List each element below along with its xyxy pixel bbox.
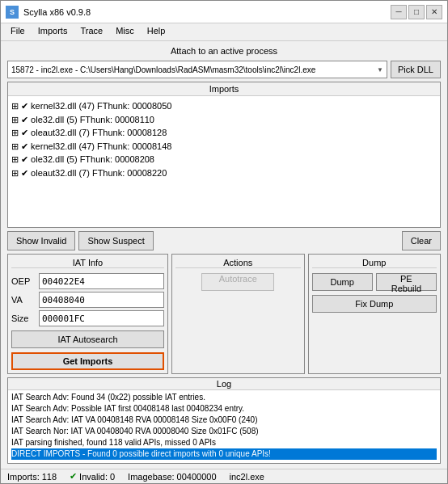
status-bar: Imports: 118 ✔ Invalid: 0 Imagebase: 004… [1,469,447,483]
autotrace-button: Autotrace [201,273,274,291]
process-row: 15872 - inc2l.exe - C:\Users\Hang\Downlo… [7,61,441,78]
pick-dll-button[interactable]: Pick DLL [391,61,441,78]
menu-misc[interactable]: Misc [109,25,141,39]
import-item-3: ⊞ ✔ kernel32.dll (47) FThunk: 00008148 [11,140,437,154]
log-line-3: IAT Search Nor: IAT VA 00408040 RVA 0000… [11,426,437,437]
show-invalid-button[interactable]: Show Invalid [7,231,75,250]
imports-status: Imports: 118 [7,472,57,482]
dump-button[interactable]: Dump [312,273,373,291]
oep-input[interactable] [39,273,164,289]
menu-help[interactable]: Help [141,25,172,39]
size-label: Size [11,314,36,323]
invalid-status: ✔ Invalid: 0 [70,471,115,482]
imports-list[interactable]: ⊞ ✔ kernel32.dll (47) FThunk: 00008050 ⊞… [8,96,440,227]
log-content[interactable]: IAT Search Adv: Found 34 (0x22) possible… [8,390,440,463]
actions-group: Actions Autotrace [171,254,305,374]
log-line-1: IAT Search Adv: Possible IAT first 00408… [11,403,437,415]
maximize-button[interactable]: □ [408,5,425,19]
import-item-5: ⊞ ✔ oleaut32.dll (7) FThunk: 00008220 [11,166,437,180]
title-bar: S Scylla x86 v0.9.8 ─ □ ✕ [1,1,447,23]
fix-dump-button[interactable]: Fix Dump [312,295,437,313]
close-button[interactable]: ✕ [426,5,442,19]
menu-bar: File Imports Trace Misc Help [1,23,447,41]
window-title: Scylla x86 v0.9.8 [23,7,391,17]
pe-rebuild-button[interactable]: PE Rebuild [376,273,437,291]
import-item-1: ⊞ ✔ ole32.dll (5) FThunk: 00008110 [11,113,437,127]
log-line-0: IAT Search Adv: Found 34 (0x22) possible… [11,392,437,403]
iat-autosearch-button[interactable]: IAT Autosearch [11,330,164,348]
attach-label: Attach to an active process [7,46,441,56]
va-label: VA [11,295,36,305]
imagebase-status-value: 00400000 [177,472,217,482]
imports-title: Imports [8,82,440,96]
import-item-0: ⊞ ✔ kernel32.dll (47) FThunk: 00008050 [11,99,437,113]
window-controls: ─ □ ✕ [391,5,442,19]
size-row: Size [11,310,164,326]
log-group: Log IAT Search Adv: Found 34 (0x22) poss… [7,377,441,464]
imagebase-status-label: Imagebase: [128,472,174,482]
actions-title: Actions [175,258,301,268]
module-name: inc2l.exe [230,472,264,482]
imports-group: Imports ⊞ ✔ kernel32.dll (47) FThunk: 00… [7,82,441,228]
app-icon: S [6,6,19,19]
size-input[interactable] [39,310,164,326]
oep-label: OEP [11,276,36,286]
main-content: Attach to an active process 15872 - inc2… [1,41,447,469]
get-imports-button[interactable]: Get Imports [11,352,164,370]
log-line-5: DIRECT IMPORTS - Found 0 possible direct… [11,448,437,460]
import-item-4: ⊞ ✔ ole32.dll (5) FThunk: 00008208 [11,153,437,166]
menu-trace[interactable]: Trace [74,25,109,39]
minimize-button[interactable]: ─ [391,5,407,19]
process-combo[interactable]: 15872 - inc2l.exe - C:\Users\Hang\Downlo… [7,61,387,78]
iat-info-title: IAT Info [11,258,164,268]
check-icon: ✔ [70,471,77,482]
dump-row: Dump PE Rebuild [312,273,437,291]
imports-status-label: Imports: [7,472,40,482]
action-buttons-row: Show Invalid Show Suspect Clear [7,231,441,250]
main-window: S Scylla x86 v0.9.8 ─ □ ✕ File Imports T… [0,0,448,484]
three-col-section: IAT Info OEP VA Size IAT Autosearch Get … [7,254,441,374]
clear-button[interactable]: Clear [402,231,441,250]
menu-file[interactable]: File [4,25,32,39]
menu-imports[interactable]: Imports [32,25,74,39]
dump-title: Dump [312,258,437,268]
iat-info-group: IAT Info OEP VA Size IAT Autosearch Get … [7,254,168,374]
log-line-4: IAT parsing finished, found 118 valid AP… [11,437,437,448]
import-item-2: ⊞ ✔ oleaut32.dll (7) FThunk: 00008128 [11,126,437,140]
dump-group: Dump Dump PE Rebuild Fix Dump [308,254,442,374]
invalid-status-label: Invalid: [79,472,108,482]
va-row: VA [11,292,164,308]
module-status: inc2l.exe [230,472,264,482]
imports-status-value: 118 [42,472,57,482]
oep-row: OEP [11,273,164,289]
va-input[interactable] [39,292,164,308]
process-combo-value: 15872 - inc2l.exe - C:\Users\Hang\Downlo… [11,65,315,74]
combo-arrow-icon: ▼ [377,66,383,74]
log-title: Log [8,378,440,390]
invalid-status-value: 0 [110,472,115,482]
show-suspect-button[interactable]: Show Suspect [78,231,153,250]
log-line-2: IAT Search Adv: IAT VA 00408148 RVA 0000… [11,415,437,426]
imagebase-status: Imagebase: 00400000 [128,472,216,482]
